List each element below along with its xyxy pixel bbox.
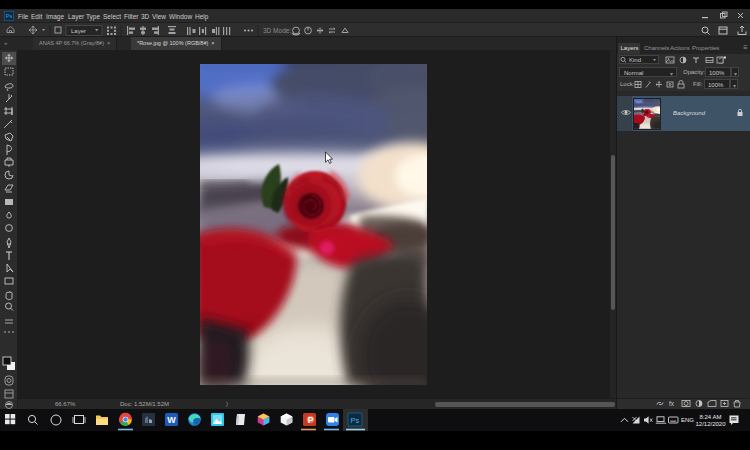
svg-text:Ps: Ps <box>351 416 360 425</box>
svg-text:Kind: Kind <box>629 57 641 63</box>
svg-text:P: P <box>308 415 314 425</box>
svg-text:12/12/2020: 12/12/2020 <box>695 421 726 427</box>
svg-text:Layer: Layer <box>71 28 86 34</box>
svg-text:8:24 AM: 8:24 AM <box>699 414 721 420</box>
svg-text:ENG: ENG <box>681 417 694 423</box>
svg-text:fx: fx <box>669 400 675 407</box>
svg-text:W: W <box>167 415 176 425</box>
svg-text:3D Mode:: 3D Mode: <box>263 27 291 34</box>
